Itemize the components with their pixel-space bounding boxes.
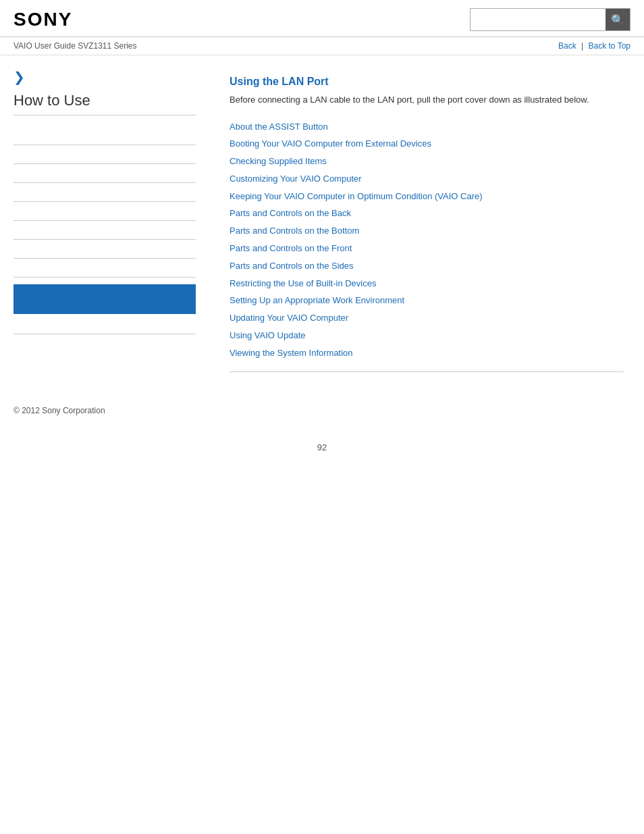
page-header: SONY 🔍 [0, 0, 644, 37]
sidebar-footer-line [14, 321, 196, 334]
search-box: 🔍 [470, 8, 630, 31]
link-parts-bottom[interactable]: Parts and Controls on the Bottom [230, 224, 624, 238]
nav-separator: | [581, 41, 583, 51]
copyright-text: © 2012 Sony Corporation [14, 406, 105, 415]
back-link[interactable]: Back [558, 41, 576, 51]
link-parts-front[interactable]: Parts and Controls on the Front [230, 242, 624, 256]
footer: © 2012 Sony Corporation [0, 392, 644, 429]
link-viewing-system-info[interactable]: Viewing the System Information [230, 346, 624, 361]
sidebar-line-8 [14, 259, 196, 278]
sidebar-line-5 [14, 202, 196, 221]
sidebar-arrow-icon[interactable]: ❯ [14, 69, 196, 85]
link-booting-vaio[interactable]: Booting Your VAIO Computer from External… [230, 137, 624, 151]
sidebar-lines [14, 126, 196, 278]
sidebar-line-6 [14, 221, 196, 240]
link-using-vaio-update[interactable]: Using VAIO Update [230, 329, 624, 343]
content-area: Using the LAN Port Before connecting a L… [209, 55, 644, 392]
main-container: ❯ How to Use Using the LAN Port Before c… [0, 55, 644, 392]
back-to-top-link[interactable]: Back to Top [589, 41, 630, 51]
search-input[interactable] [471, 9, 606, 30]
sidebar-line-1 [14, 126, 196, 145]
link-setting-up-work[interactable]: Setting Up an Appropriate Work Environme… [230, 294, 624, 308]
sidebar-line-7 [14, 240, 196, 259]
link-assist-button[interactable]: About the ASSIST Button [230, 120, 624, 134]
sony-logo: SONY [14, 9, 72, 30]
link-parts-back[interactable]: Parts and Controls on the Back [230, 207, 624, 221]
search-button[interactable]: 🔍 [606, 9, 630, 30]
link-parts-sides[interactable]: Parts and Controls on the Sides [230, 259, 624, 273]
content-description: Before connecting a LAN cable to the LAN… [230, 93, 624, 107]
sidebar-title: How to Use [14, 92, 196, 115]
link-restricting-builtin[interactable]: Restricting the Use of Built-in Devices [230, 277, 624, 291]
content-divider [230, 371, 624, 372]
link-keeping-vaio[interactable]: Keeping Your VAIO Computer in Optimum Co… [230, 190, 624, 204]
sidebar-blue-block [14, 284, 196, 314]
link-checking-supplied[interactable]: Checking Supplied Items [230, 155, 624, 169]
sidebar-line-3 [14, 164, 196, 183]
sidebar-line-4 [14, 183, 196, 202]
link-customizing-vaio[interactable]: Customizing Your VAIO Computer [230, 172, 624, 186]
content-section-title: Using the LAN Port [230, 76, 624, 88]
guide-title: VAIO User Guide SVZ1311 Series [14, 41, 137, 51]
page-number: 92 [0, 429, 644, 466]
nav-links: Back | Back to Top [558, 41, 630, 51]
sidebar-line-2 [14, 145, 196, 164]
sub-header: VAIO User Guide SVZ1311 Series Back | Ba… [0, 37, 644, 55]
search-icon: 🔍 [611, 14, 624, 26]
sidebar: ❯ How to Use [0, 55, 209, 392]
content-links: About the ASSIST Button Booting Your VAI… [230, 120, 624, 361]
link-updating-vaio[interactable]: Updating Your VAIO Computer [230, 311, 624, 325]
